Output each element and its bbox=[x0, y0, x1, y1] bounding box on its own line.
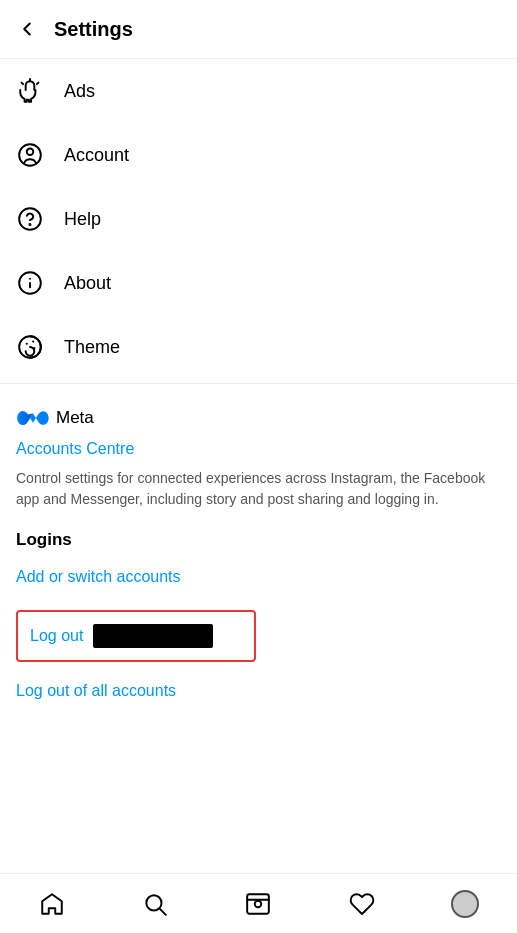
back-arrow-icon bbox=[16, 18, 38, 40]
menu-item-theme[interactable]: Theme bbox=[0, 315, 517, 379]
svg-point-4 bbox=[27, 149, 34, 156]
page-title: Settings bbox=[54, 18, 133, 41]
svg-line-1 bbox=[37, 83, 39, 85]
logins-section: Logins Add or switch accounts Log out Lo… bbox=[0, 530, 517, 700]
svg-point-11 bbox=[26, 343, 28, 345]
profile-avatar bbox=[451, 890, 479, 918]
meta-description: Control settings for connected experienc… bbox=[16, 468, 501, 510]
home-icon bbox=[39, 891, 65, 917]
menu-item-about[interactable]: About bbox=[0, 251, 517, 315]
account-icon bbox=[16, 141, 44, 169]
header: Settings bbox=[0, 0, 517, 59]
svg-point-12 bbox=[32, 341, 34, 343]
meta-logo-icon bbox=[16, 409, 50, 427]
svg-point-6 bbox=[29, 224, 30, 225]
nav-profile[interactable] bbox=[441, 880, 489, 928]
nav-home[interactable] bbox=[28, 880, 76, 928]
section-divider bbox=[0, 383, 517, 384]
megaphone-icon bbox=[16, 77, 44, 105]
svg-line-15 bbox=[160, 908, 166, 914]
ads-label: Ads bbox=[64, 81, 95, 102]
svg-point-13 bbox=[33, 347, 35, 349]
meta-logo-text: Meta bbox=[56, 408, 94, 428]
add-switch-accounts-link[interactable]: Add or switch accounts bbox=[16, 568, 501, 586]
search-icon bbox=[142, 891, 168, 917]
meta-logo: Meta bbox=[16, 408, 501, 428]
logins-title: Logins bbox=[16, 530, 501, 550]
info-icon bbox=[16, 269, 44, 297]
help-label: Help bbox=[64, 209, 101, 230]
logout-row[interactable]: Log out bbox=[16, 610, 256, 662]
theme-icon bbox=[16, 333, 44, 361]
svg-line-2 bbox=[22, 83, 24, 85]
accounts-centre-link[interactable]: Accounts Centre bbox=[16, 440, 501, 458]
menu-item-account[interactable]: Account bbox=[0, 123, 517, 187]
menu-item-help[interactable]: Help bbox=[0, 187, 517, 251]
help-icon bbox=[16, 205, 44, 233]
settings-menu: Ads Account Help bbox=[0, 59, 517, 379]
logout-username-redacted bbox=[93, 624, 213, 648]
back-button[interactable] bbox=[16, 14, 46, 44]
svg-rect-16 bbox=[248, 894, 270, 914]
account-label: Account bbox=[64, 145, 129, 166]
reels-icon bbox=[245, 891, 271, 917]
nav-search[interactable] bbox=[131, 880, 179, 928]
meta-section: Meta Accounts Centre Control settings fo… bbox=[0, 388, 517, 510]
svg-point-5 bbox=[19, 208, 41, 230]
about-label: About bbox=[64, 273, 111, 294]
bottom-nav bbox=[0, 873, 517, 933]
main-content: Ads Account Help bbox=[0, 59, 517, 794]
log-out-all-accounts-link[interactable]: Log out of all accounts bbox=[16, 682, 501, 700]
logout-label: Log out bbox=[30, 627, 83, 645]
svg-point-17 bbox=[255, 900, 262, 907]
nav-reels[interactable] bbox=[234, 880, 282, 928]
nav-activity[interactable] bbox=[338, 880, 386, 928]
theme-label: Theme bbox=[64, 337, 120, 358]
heart-icon bbox=[349, 891, 375, 917]
menu-item-ads[interactable]: Ads bbox=[0, 59, 517, 123]
